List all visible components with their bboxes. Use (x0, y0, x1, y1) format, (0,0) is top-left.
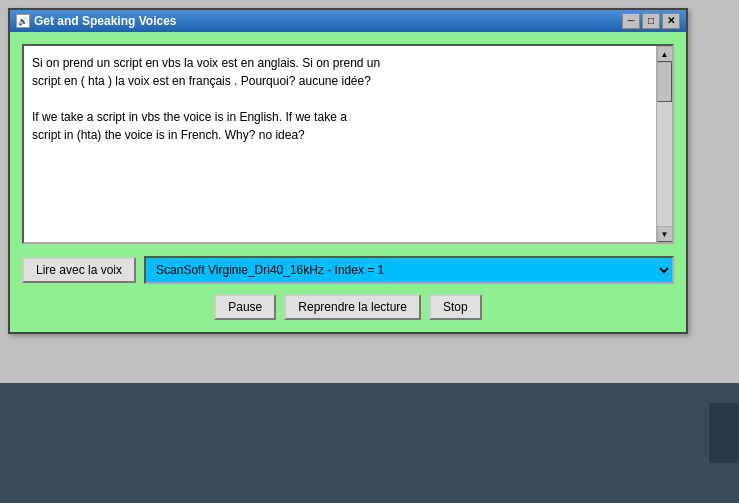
reprendre-button[interactable]: Reprendre la lecture (284, 294, 421, 320)
speech-textarea[interactable] (24, 46, 656, 242)
scroll-track[interactable] (657, 62, 672, 226)
minimize-button[interactable]: ─ (622, 13, 640, 29)
title-bar-controls: ─ □ ✕ (622, 13, 680, 29)
window-content: ▲ ▼ Lire avec la voix ScanSoft Virginie_… (10, 32, 686, 332)
voice-select-wrapper: ScanSoft Virginie_Dri40_16kHz - Index = … (144, 256, 674, 284)
vertical-scrollbar[interactable]: ▲ ▼ (656, 46, 672, 242)
text-area-wrapper: ▲ ▼ (22, 44, 674, 244)
lire-button[interactable]: Lire avec la voix (22, 257, 136, 283)
stop-button[interactable]: Stop (429, 294, 482, 320)
window-title: Get and Speaking Voices (34, 14, 177, 28)
scroll-down-button[interactable]: ▼ (657, 226, 673, 242)
window-icon: 🔊 (16, 14, 30, 28)
scroll-thumb[interactable] (657, 62, 672, 102)
title-bar-left: 🔊 Get and Speaking Voices (16, 14, 177, 28)
voice-controls-row: Lire avec la voix ScanSoft Virginie_Dri4… (22, 256, 674, 284)
close-button[interactable]: ✕ (662, 13, 680, 29)
main-window: 🔊 Get and Speaking Voices ─ □ ✕ ▲ ▼ Lire… (8, 8, 688, 334)
voice-select[interactable]: ScanSoft Virginie_Dri40_16kHz - Index = … (144, 256, 674, 284)
pause-button[interactable]: Pause (214, 294, 276, 320)
playback-controls-row: Pause Reprendre la lecture Stop (22, 294, 674, 320)
bg-stripe (709, 403, 739, 463)
background-area (0, 383, 739, 503)
scroll-up-button[interactable]: ▲ (657, 46, 673, 62)
title-bar: 🔊 Get and Speaking Voices ─ □ ✕ (10, 10, 686, 32)
maximize-button[interactable]: □ (642, 13, 660, 29)
